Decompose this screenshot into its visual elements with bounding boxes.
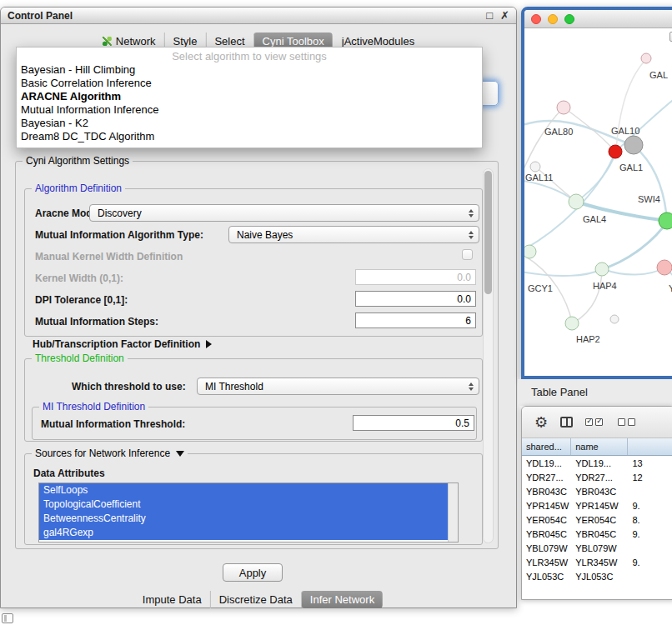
window-title: Control Panel <box>8 10 73 22</box>
table-cell: YBL079W <box>571 543 628 553</box>
column-header-col2[interactable] <box>628 438 672 455</box>
column-header-shared[interactable]: shared... <box>522 438 571 455</box>
mi-steps-field[interactable] <box>355 312 476 328</box>
network-edge[interactable] <box>576 153 615 202</box>
table-row[interactable]: YER054CYER054C8. <box>522 512 672 527</box>
network-graph[interactable]: GALGAL80GAL10GAL1GAL11SWI4GAL4GCY1HAP4YH… <box>524 28 672 379</box>
node-label-gal4: GAL4 <box>583 214 606 224</box>
mi-type-value: Naive Bayes <box>237 229 293 241</box>
node-label-hap2: HAP2 <box>576 334 600 344</box>
attribute-item-gal4rgexp[interactable]: gal4RGexp <box>39 526 448 540</box>
node-label-gal10: GAL10 <box>611 126 639 136</box>
table-cell: YPR145W <box>571 501 628 511</box>
aracne-mode-value: Discovery <box>98 208 142 219</box>
algorithm-option-basic-correlation-inference[interactable]: Basic Correlation Inference <box>17 77 482 90</box>
table-panel-header: Table Panel <box>518 379 672 406</box>
threshold-definition-group: Threshold Definition Which threshold to … <box>24 358 483 442</box>
unchecked-box-icon <box>628 418 635 426</box>
attribute-item-topologicalcoefficient[interactable]: TopologicalCoefficient <box>39 498 448 512</box>
network-edge[interactable] <box>604 268 664 275</box>
network-node[interactable] <box>609 145 622 158</box>
tab-infer-network[interactable]: Infer Network <box>301 591 383 608</box>
mi-steps-label: Mutual Information Steps: <box>35 316 158 328</box>
table-row[interactable]: YBR045CYBR045C9. <box>522 527 672 541</box>
mi-threshold-field[interactable] <box>353 415 474 431</box>
table-row[interactable]: YBR043CYBR043C <box>522 484 672 498</box>
tab-discretize-data[interactable]: Discretize Data <box>210 591 301 608</box>
dpi-tolerance-label: DPI Tolerance [0,1]: <box>35 294 128 306</box>
deselect-all-icon[interactable] <box>618 418 638 426</box>
hub-definition-toggle[interactable]: Hub/Transcription Factor Definition <box>33 338 212 350</box>
algorithm-option-aracne-algorithm[interactable]: ARACNE Algorithm <box>17 90 482 103</box>
float-window-button[interactable]: □ <box>486 10 493 21</box>
network-node[interactable] <box>530 162 540 172</box>
scrollbar-thumb[interactable] <box>484 171 492 294</box>
columns-icon[interactable] <box>560 417 573 428</box>
attribute-item-betweennesscentrality[interactable]: BetweennessCentrality <box>39 512 448 526</box>
table-row[interactable]: YDR27...YDR27...12 <box>522 470 672 484</box>
network-edge[interactable] <box>524 180 575 201</box>
tab-impute-data[interactable]: Impute Data <box>134 591 210 608</box>
settings-scrollbar[interactable] <box>483 168 494 543</box>
table-toolbar: ⚙ <box>522 407 672 438</box>
gear-icon[interactable]: ⚙ <box>534 415 548 430</box>
combo-arrows-icon <box>469 209 474 218</box>
close-button[interactable]: ✗ <box>500 10 509 21</box>
select-all-icon[interactable] <box>585 418 605 426</box>
algorithm-option-bayesian-hill-climbing[interactable]: Bayesian - Hill Climbing <box>17 63 482 77</box>
tab-label: Network <box>116 35 156 48</box>
network-canvas[interactable]: GALGAL80GAL10GAL1GAL11SWI4GAL4GCY1HAP4YH… <box>524 28 672 376</box>
zoom-traffic-light[interactable] <box>564 14 574 24</box>
network-node[interactable] <box>610 315 619 323</box>
manual-kernel-checkbox[interactable] <box>462 249 473 260</box>
column-header-name[interactable]: name <box>571 438 628 455</box>
network-node[interactable] <box>624 136 643 154</box>
table-row[interactable]: YLR345WYLR345W9. <box>522 555 672 569</box>
attribute-item-selfloops[interactable]: SelfLoops <box>39 483 448 498</box>
control-panel-titlebar[interactable]: Control Panel □ ✗ <box>1 8 516 24</box>
unchecked-box-icon <box>618 418 625 426</box>
network-edge[interactable] <box>602 222 667 269</box>
algorithm-option-bayesian-k2[interactable]: Bayesian - K2 <box>17 117 482 130</box>
sources-title: Sources for Network Inference <box>35 448 170 459</box>
network-node[interactable] <box>659 212 672 229</box>
node-label-gcy1: GCY1 <box>528 283 553 293</box>
network-edge[interactable] <box>573 270 602 323</box>
network-node[interactable] <box>657 260 672 275</box>
combo-arrows-icon <box>469 231 474 239</box>
aracne-mode-combo[interactable]: Discovery <box>89 204 479 222</box>
network-node[interactable] <box>595 262 609 276</box>
network-node[interactable] <box>565 317 579 330</box>
algorithm-option-mutual-information-inference[interactable]: Mutual Information Inference <box>17 103 482 117</box>
mi-algorithm-type-combo[interactable]: Naive Bayes <box>228 226 479 243</box>
panel-toggle-icon[interactable] <box>2 613 13 623</box>
table-row[interactable]: YJL053CYJL053C <box>522 569 672 583</box>
table-row[interactable]: YDL19...YDL19...13 <box>522 456 672 470</box>
apply-button[interactable]: Apply <box>223 563 283 582</box>
table-row[interactable]: YBL079WYBL079W <box>522 541 672 555</box>
network-edge[interactable] <box>634 146 667 219</box>
settings-group-title: Cyni Algorithm Settings <box>23 155 133 167</box>
chevron-down-icon <box>176 451 184 457</box>
algorithm-option-dream8-dc-tdc-algorithm[interactable]: Dream8 DC_TDC Algorithm <box>17 130 482 143</box>
which-threshold-combo[interactable]: MI Threshold <box>197 378 479 395</box>
table-row[interactable]: YPR145WYPR145W9. <box>522 498 672 512</box>
tab-label: Select <box>214 35 244 48</box>
close-traffic-light[interactable] <box>531 14 541 24</box>
control-panel-window: Control Panel □ ✗ NetworkStyleSelectCyni… <box>0 7 517 608</box>
tab-label: Discretize Data <box>219 593 293 606</box>
list-scrollbar[interactable] <box>448 483 458 542</box>
network-edge[interactable] <box>524 269 602 276</box>
network-node[interactable] <box>524 245 536 258</box>
network-node[interactable] <box>641 53 651 63</box>
sources-toggle[interactable]: Sources for Network Inference <box>32 448 188 459</box>
node-label-gal: GAL <box>649 70 668 80</box>
table-cell: YBR045C <box>522 529 571 539</box>
network-node[interactable] <box>557 101 570 114</box>
minimize-traffic-light[interactable] <box>548 14 558 24</box>
tab-label: Cyni Toolbox <box>263 35 324 48</box>
combo-arrows-icon <box>469 382 474 391</box>
network-window-titlebar[interactable] <box>524 10 672 28</box>
network-node[interactable] <box>569 194 584 209</box>
dpi-tolerance-field[interactable] <box>355 291 476 307</box>
